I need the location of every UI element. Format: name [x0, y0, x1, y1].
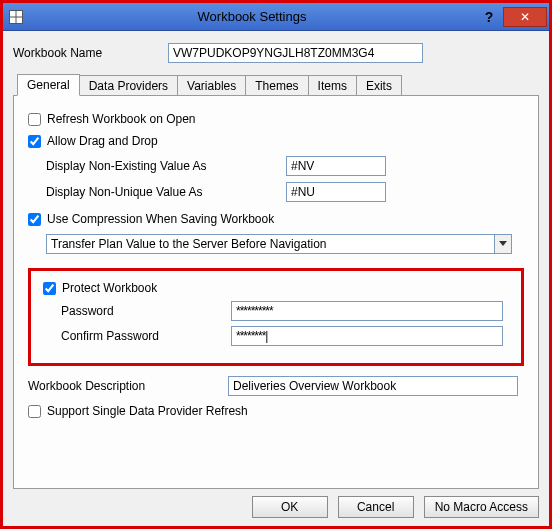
use-compression-label: Use Compression When Saving Workbook: [47, 212, 274, 226]
password-label: Password: [61, 304, 231, 318]
title-bar: Workbook Settings ? ✕: [3, 3, 549, 31]
close-icon: ✕: [520, 10, 530, 24]
plan-transfer-combo[interactable]: [46, 234, 512, 254]
nonunique-value-label: Display Non-Unique Value As: [46, 185, 286, 199]
dialog-button-bar: OK Cancel No Macro Access: [252, 496, 539, 518]
refresh-on-open-label: Refresh Workbook on Open: [47, 112, 196, 126]
close-button[interactable]: ✕: [503, 7, 547, 27]
svg-marker-3: [499, 241, 507, 246]
tab-variables[interactable]: Variables: [177, 75, 246, 96]
workbook-description-label: Workbook Description: [28, 379, 228, 393]
support-single-dp-label: Support Single Data Provider Refresh: [47, 404, 248, 418]
ok-button[interactable]: OK: [252, 496, 328, 518]
tab-general[interactable]: General: [17, 74, 80, 96]
window-title: Workbook Settings: [29, 9, 475, 24]
nonexisting-value-label: Display Non-Existing Value As: [46, 159, 286, 173]
nonexisting-value-input[interactable]: [286, 156, 386, 176]
confirm-password-input[interactable]: [231, 326, 503, 346]
workbook-description-input[interactable]: [228, 376, 518, 396]
workbook-name-label: Workbook Name: [13, 46, 168, 60]
support-single-dp-checkbox[interactable]: [28, 405, 41, 418]
dialog-client: Workbook Name General Data Providers Var…: [3, 31, 549, 526]
app-icon: [3, 10, 29, 24]
allow-drag-drop-label: Allow Drag and Drop: [47, 134, 158, 148]
refresh-on-open-checkbox[interactable]: [28, 113, 41, 126]
tab-strip: General Data Providers Variables Themes …: [17, 73, 539, 95]
protect-workbook-group: Protect Workbook Password Confirm Passwo…: [28, 268, 524, 366]
allow-drag-drop-checkbox[interactable]: [28, 135, 41, 148]
chevron-down-icon[interactable]: [494, 234, 512, 254]
protect-workbook-label: Protect Workbook: [62, 281, 157, 295]
tab-exits[interactable]: Exits: [356, 75, 402, 96]
tab-items[interactable]: Items: [308, 75, 357, 96]
use-compression-checkbox[interactable]: [28, 213, 41, 226]
confirm-password-label: Confirm Password: [61, 329, 231, 343]
no-macro-access-button[interactable]: No Macro Access: [424, 496, 539, 518]
tab-themes[interactable]: Themes: [245, 75, 308, 96]
help-button[interactable]: ?: [475, 7, 503, 27]
password-input[interactable]: [231, 301, 503, 321]
plan-transfer-value[interactable]: [46, 234, 494, 254]
workbook-name-input[interactable]: [168, 43, 423, 63]
tab-panel-general: Refresh Workbook on Open Allow Drag and …: [13, 95, 539, 489]
cancel-button[interactable]: Cancel: [338, 496, 414, 518]
nonunique-value-input[interactable]: [286, 182, 386, 202]
tab-data-providers[interactable]: Data Providers: [79, 75, 178, 96]
protect-workbook-checkbox[interactable]: [43, 282, 56, 295]
